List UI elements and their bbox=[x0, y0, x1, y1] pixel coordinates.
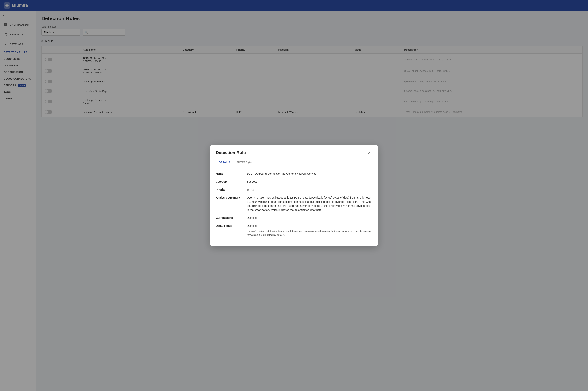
tab-details[interactable]: DETAILS bbox=[216, 159, 233, 166]
modal: Detection Rule ✕ DETAILS FILTERS (0) Nam… bbox=[210, 145, 378, 246]
modal-tabs: DETAILS FILTERS (0) bbox=[210, 159, 378, 166]
modal-header: Detection Rule ✕ bbox=[210, 145, 378, 156]
detail-category: Category Suspect bbox=[216, 180, 372, 184]
detail-priority: Priority P3 bbox=[216, 188, 372, 192]
priority-dot bbox=[247, 189, 249, 191]
detail-default-state: Default state Disabled Blumira's inciden… bbox=[216, 224, 372, 237]
tab-filters[interactable]: FILTERS (0) bbox=[233, 159, 255, 166]
detail-analysis-summary: Analysis summary User {src_user} has exf… bbox=[216, 196, 372, 212]
default-state-note: Blumira's incident detection team has de… bbox=[247, 229, 372, 237]
modal-close-button[interactable]: ✕ bbox=[366, 150, 372, 156]
modal-title: Detection Rule bbox=[216, 150, 246, 155]
detail-current-state: Current state Disabled bbox=[216, 216, 372, 220]
modal-body: Name 1GB+ Outbound Connection via Generi… bbox=[210, 166, 378, 246]
modal-overlay[interactable]: Detection Rule ✕ DETAILS FILTERS (0) Nam… bbox=[0, 0, 588, 391]
detail-name: Name 1GB+ Outbound Connection via Generi… bbox=[216, 172, 372, 176]
